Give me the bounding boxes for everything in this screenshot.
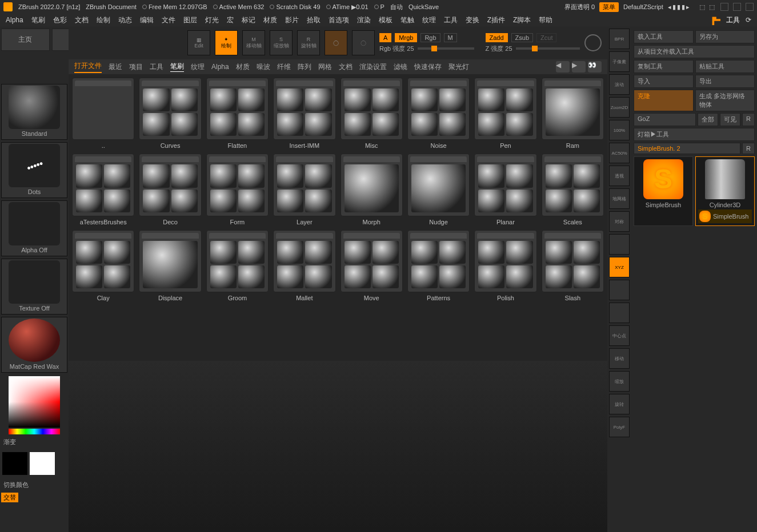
minimize-icon[interactable] <box>720 3 728 11</box>
right-icon-Zoom2D[interactable]: Zoom2D <box>609 97 630 118</box>
menu-stencil[interactable]: 模板 <box>379 15 392 25</box>
material-tile[interactable]: MatCap Red Wax <box>1 317 67 373</box>
tab-grid[interactable]: 网格 <box>318 62 332 72</box>
menu-file[interactable]: 文件 <box>162 15 175 25</box>
tool-cylinder3d[interactable]: Cylinder3D S SimpleBrush <box>695 156 755 226</box>
folder-layer[interactable]: Layer <box>273 154 335 225</box>
folder-polish[interactable]: Polish <box>474 230 536 301</box>
m-chip[interactable]: M <box>444 33 457 42</box>
layout-icons[interactable]: ◂▮▮▮▸ ⬚ ⬚ <box>668 3 716 11</box>
folder-form[interactable]: Form <box>206 154 269 225</box>
rgb-chip[interactable]: Rgb <box>420 33 440 42</box>
right-icon-AC50%[interactable]: AC50% <box>609 143 630 163</box>
menu-layer[interactable]: 图层 <box>183 15 197 25</box>
default-zscript[interactable]: DefaultZScript <box>623 3 663 10</box>
edit-mode-button[interactable]: ▦Edit <box>187 30 210 55</box>
right-icon-中心点[interactable]: 中心点 <box>609 325 630 346</box>
load-tool-button[interactable]: 载入工具 <box>634 30 694 43</box>
folder-flatten[interactable]: Flatten <box>206 78 269 149</box>
menu-brush[interactable]: 笔刷 <box>31 15 45 25</box>
right-icon-blank-9[interactable] <box>609 234 630 255</box>
folder-atestersbrushes[interactable]: aTestersBrushes <box>72 154 134 225</box>
copy-tool-button[interactable]: 复制工具 <box>634 60 694 73</box>
menu-marker[interactable]: 标记 <box>242 15 255 25</box>
import-button[interactable]: 导入 <box>634 75 694 88</box>
right-icon-地网格[interactable]: 地网格 <box>609 188 630 209</box>
right-icon-XYZ[interactable]: XYZ <box>609 257 630 277</box>
hammer-icon[interactable] <box>710 15 720 25</box>
stroke-tile[interactable]: Dots <box>1 142 67 198</box>
close-icon[interactable] <box>746 3 754 11</box>
clone-button[interactable]: 克隆 <box>634 90 694 111</box>
folder-groom[interactable]: Groom <box>206 230 269 301</box>
zsub-chip[interactable]: Zsub <box>511 33 533 42</box>
draw-mode-button[interactable]: ✦绘制 <box>215 30 238 55</box>
folder-clay[interactable]: Clay <box>72 230 134 301</box>
menu-help[interactable]: 帮助 <box>539 15 552 25</box>
dynamesh-button[interactable]: ◯ <box>352 30 375 55</box>
tab-fiber[interactable]: 纤维 <box>277 62 291 72</box>
menu-movie[interactable]: 影片 <box>285 15 299 25</box>
tab-noise[interactable]: 噪波 <box>257 62 270 72</box>
menu-edit[interactable]: 编辑 <box>140 15 154 25</box>
folder-curves[interactable]: Curves <box>139 78 201 149</box>
menu-color[interactable]: 色彩 <box>53 15 67 25</box>
tab-spotlight[interactable]: 聚光灯 <box>448 62 469 72</box>
move-mode-button[interactable]: M移动轴 <box>242 30 265 55</box>
folder-patterns[interactable]: Patterns <box>407 230 470 301</box>
tab-texture[interactable]: 纹理 <box>191 62 205 72</box>
quicksave-button[interactable]: QuickSave <box>408 3 439 10</box>
folder-ram[interactable]: Ram <box>542 78 604 149</box>
paste-tool-button[interactable]: 粘贴工具 <box>695 60 755 73</box>
canvas-area[interactable] <box>69 361 607 532</box>
r-button[interactable]: R <box>742 143 755 154</box>
refresh-icon[interactable]: ⟳ <box>746 16 751 24</box>
menu-dynamics[interactable]: 动态 <box>118 15 132 25</box>
menu-alpha[interactable]: Alpha <box>6 16 23 24</box>
menu-transform[interactable]: 变换 <box>466 15 479 25</box>
menu-button[interactable]: 菜单 <box>599 2 619 12</box>
color-picker[interactable] <box>1 375 67 434</box>
folder-planar[interactable]: Planar <box>474 154 536 225</box>
scale-mode-button[interactable]: S缩放轴 <box>270 30 293 55</box>
texture-tile[interactable]: Texture Off <box>1 259 67 315</box>
folder-noise[interactable]: Noise <box>407 78 470 149</box>
sculptris-button[interactable]: ◯ <box>325 30 347 55</box>
tab-material[interactable]: 材质 <box>236 62 250 72</box>
menu-stroke[interactable]: 笔触 <box>400 15 414 25</box>
folder-pen[interactable]: Pen <box>474 78 536 149</box>
save-as-button[interactable]: 另存为 <box>695 30 755 43</box>
goz-visible-button[interactable]: 可见 <box>720 113 740 126</box>
rotate-mode-button[interactable]: R旋转轴 <box>297 30 320 55</box>
goz-button[interactable]: GoZ <box>634 113 696 126</box>
menu-zscript[interactable]: Z脚本 <box>513 15 531 25</box>
alpha-tile[interactable]: Alpha Off <box>1 200 67 256</box>
tab-brush[interactable]: 笔刷 <box>170 62 184 72</box>
tab-filter[interactable]: 滤镜 <box>394 62 407 72</box>
right-icon-blank-12[interactable] <box>609 303 630 323</box>
right-icon-PolyF[interactable]: PolyF <box>609 417 630 437</box>
rgb-intensity-slider[interactable] <box>418 47 474 50</box>
menu-preferences[interactable]: 首选项 <box>329 15 349 25</box>
tab-array[interactable]: 阵列 <box>298 62 311 72</box>
menu-tool[interactable]: 工具 <box>444 15 458 25</box>
tab-quicksave[interactable]: 快速保存 <box>414 62 442 72</box>
folder-insert-imm[interactable]: Insert-IMM <box>273 78 335 149</box>
folder-..[interactable]: .. <box>72 78 134 149</box>
import-from-project-button[interactable]: 从项目文件载入工具 <box>634 45 755 58</box>
make-polymesh-button[interactable]: 生成 多边形网络物体 <box>695 90 755 111</box>
menu-light[interactable]: 灯光 <box>205 15 219 25</box>
prev-icon[interactable]: ◀ <box>556 61 570 72</box>
alternate-button[interactable]: 交替 <box>1 493 18 502</box>
lightbox-tools-button[interactable]: 灯箱▶工具 <box>634 128 755 141</box>
menu-document[interactable]: 文档 <box>75 15 89 25</box>
goz-all-button[interactable]: 全部 <box>698 113 718 126</box>
goz-r-button[interactable]: R <box>742 113 755 126</box>
tool-simplebrush[interactable]: S SimpleBrush <box>634 156 693 226</box>
zadd-chip[interactable]: Zadd <box>486 33 508 42</box>
folder-scales[interactable]: Scales <box>542 154 604 225</box>
right-icon-移动[interactable]: 移动 <box>609 348 630 369</box>
folder-mallet[interactable]: Mallet <box>273 230 335 301</box>
tab-alpha[interactable]: Alpha <box>211 63 229 71</box>
right-icon-100%[interactable]: 100% <box>609 120 630 140</box>
